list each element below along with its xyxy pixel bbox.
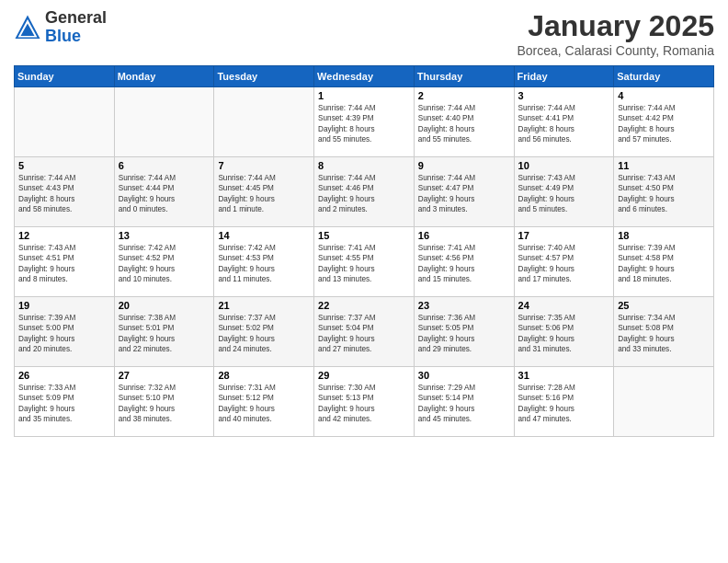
- calendar-cell: 5Sunrise: 7:44 AM Sunset: 4:43 PM Daylig…: [15, 157, 115, 227]
- calendar-week: 19Sunrise: 7:39 AM Sunset: 5:00 PM Dayli…: [15, 297, 714, 367]
- calendar-cell: 16Sunrise: 7:41 AM Sunset: 4:56 PM Dayli…: [414, 227, 514, 297]
- day-number: 18: [618, 230, 710, 241]
- day-number: 2: [418, 90, 510, 101]
- day-info: Sunrise: 7:33 AM Sunset: 5:09 PM Dayligh…: [18, 383, 110, 425]
- day-info: Sunrise: 7:43 AM Sunset: 4:51 PM Dayligh…: [18, 243, 110, 285]
- day-number: 29: [318, 370, 410, 381]
- day-info: Sunrise: 7:41 AM Sunset: 4:55 PM Dayligh…: [318, 243, 410, 285]
- location-title: Borcea, Calarasi County, Romania: [517, 43, 714, 58]
- calendar-cell: 17Sunrise: 7:40 AM Sunset: 4:57 PM Dayli…: [514, 227, 614, 297]
- day-info: Sunrise: 7:36 AM Sunset: 5:05 PM Dayligh…: [418, 313, 510, 355]
- calendar-cell: 6Sunrise: 7:44 AM Sunset: 4:44 PM Daylig…: [114, 157, 214, 227]
- calendar-cell: 21Sunrise: 7:37 AM Sunset: 5:02 PM Dayli…: [214, 297, 314, 367]
- day-info: Sunrise: 7:44 AM Sunset: 4:41 PM Dayligh…: [518, 103, 610, 145]
- day-info: Sunrise: 7:30 AM Sunset: 5:13 PM Dayligh…: [318, 383, 410, 425]
- day-info: Sunrise: 7:42 AM Sunset: 4:53 PM Dayligh…: [218, 243, 310, 285]
- day-info: Sunrise: 7:37 AM Sunset: 5:02 PM Dayligh…: [218, 313, 310, 355]
- calendar-cell: 15Sunrise: 7:41 AM Sunset: 4:55 PM Dayli…: [314, 227, 415, 297]
- day-number: 11: [618, 160, 710, 171]
- calendar-cell: 3Sunrise: 7:44 AM Sunset: 4:41 PM Daylig…: [514, 87, 614, 157]
- weekday-header: Wednesday: [314, 66, 415, 87]
- day-number: 26: [18, 370, 110, 381]
- day-number: 13: [119, 230, 210, 241]
- day-number: 16: [418, 230, 510, 241]
- day-info: Sunrise: 7:43 AM Sunset: 4:50 PM Dayligh…: [618, 173, 710, 215]
- day-number: 25: [618, 300, 710, 311]
- day-number: 1: [318, 90, 410, 101]
- day-info: Sunrise: 7:37 AM Sunset: 5:04 PM Dayligh…: [318, 313, 410, 355]
- calendar-header: SundayMondayTuesdayWednesdayThursdayFrid…: [15, 66, 714, 87]
- day-number: 7: [218, 160, 310, 171]
- day-info: Sunrise: 7:39 AM Sunset: 4:58 PM Dayligh…: [618, 243, 710, 285]
- day-info: Sunrise: 7:40 AM Sunset: 4:57 PM Dayligh…: [518, 243, 610, 285]
- calendar-cell: 7Sunrise: 7:44 AM Sunset: 4:45 PM Daylig…: [214, 157, 314, 227]
- calendar-cell: 12Sunrise: 7:43 AM Sunset: 4:51 PM Dayli…: [15, 227, 115, 297]
- day-number: 22: [318, 300, 410, 311]
- day-info: Sunrise: 7:38 AM Sunset: 5:01 PM Dayligh…: [119, 313, 210, 355]
- day-info: Sunrise: 7:35 AM Sunset: 5:06 PM Dayligh…: [518, 313, 610, 355]
- day-number: 15: [318, 230, 410, 241]
- weekday-header: Tuesday: [214, 66, 314, 87]
- calendar-cell: 30Sunrise: 7:29 AM Sunset: 5:14 PM Dayli…: [414, 367, 514, 437]
- day-number: 6: [119, 160, 210, 171]
- day-info: Sunrise: 7:32 AM Sunset: 5:10 PM Dayligh…: [119, 383, 210, 425]
- day-info: Sunrise: 7:44 AM Sunset: 4:47 PM Dayligh…: [418, 173, 510, 215]
- calendar-cell: 29Sunrise: 7:30 AM Sunset: 5:13 PM Dayli…: [314, 367, 415, 437]
- calendar-cell: 20Sunrise: 7:38 AM Sunset: 5:01 PM Dayli…: [114, 297, 214, 367]
- logo-icon: [14, 14, 41, 41]
- weekday-header: Monday: [114, 66, 214, 87]
- day-info: Sunrise: 7:34 AM Sunset: 5:08 PM Dayligh…: [618, 313, 710, 355]
- calendar-cell: [214, 87, 314, 157]
- day-number: 20: [119, 300, 210, 311]
- day-info: Sunrise: 7:29 AM Sunset: 5:14 PM Dayligh…: [418, 383, 510, 425]
- calendar-cell: 11Sunrise: 7:43 AM Sunset: 4:50 PM Dayli…: [614, 157, 714, 227]
- day-number: 24: [518, 300, 610, 311]
- calendar-week: 12Sunrise: 7:43 AM Sunset: 4:51 PM Dayli…: [15, 227, 714, 297]
- calendar-cell: 26Sunrise: 7:33 AM Sunset: 5:09 PM Dayli…: [15, 367, 115, 437]
- day-info: Sunrise: 7:44 AM Sunset: 4:43 PM Dayligh…: [18, 173, 110, 215]
- calendar-cell: 19Sunrise: 7:39 AM Sunset: 5:00 PM Dayli…: [15, 297, 115, 367]
- calendar-cell: 4Sunrise: 7:44 AM Sunset: 4:42 PM Daylig…: [614, 87, 714, 157]
- day-number: 3: [518, 90, 610, 101]
- day-number: 12: [18, 230, 110, 241]
- day-info: Sunrise: 7:41 AM Sunset: 4:56 PM Dayligh…: [418, 243, 510, 285]
- weekday-row: SundayMondayTuesdayWednesdayThursdayFrid…: [15, 66, 714, 87]
- day-number: 23: [418, 300, 510, 311]
- calendar-cell: 14Sunrise: 7:42 AM Sunset: 4:53 PM Dayli…: [214, 227, 314, 297]
- weekday-header: Sunday: [15, 66, 115, 87]
- day-info: Sunrise: 7:44 AM Sunset: 4:40 PM Dayligh…: [418, 103, 510, 145]
- calendar-cell: 9Sunrise: 7:44 AM Sunset: 4:47 PM Daylig…: [414, 157, 514, 227]
- day-number: 19: [18, 300, 110, 311]
- day-info: Sunrise: 7:44 AM Sunset: 4:42 PM Dayligh…: [618, 103, 710, 145]
- day-info: Sunrise: 7:44 AM Sunset: 4:45 PM Dayligh…: [218, 173, 310, 215]
- day-info: Sunrise: 7:44 AM Sunset: 4:46 PM Dayligh…: [318, 173, 410, 215]
- calendar: SundayMondayTuesdayWednesdayThursdayFrid…: [14, 65, 714, 437]
- calendar-week: 1Sunrise: 7:44 AM Sunset: 4:39 PM Daylig…: [15, 87, 714, 157]
- calendar-cell: 10Sunrise: 7:43 AM Sunset: 4:49 PM Dayli…: [514, 157, 614, 227]
- calendar-cell: 2Sunrise: 7:44 AM Sunset: 4:40 PM Daylig…: [414, 87, 514, 157]
- day-info: Sunrise: 7:44 AM Sunset: 4:44 PM Dayligh…: [119, 173, 210, 215]
- calendar-cell: 31Sunrise: 7:28 AM Sunset: 5:16 PM Dayli…: [514, 367, 614, 437]
- page: General Blue January 2025 Borcea, Calara…: [0, 0, 728, 563]
- day-info: Sunrise: 7:43 AM Sunset: 4:49 PM Dayligh…: [518, 173, 610, 215]
- day-info: Sunrise: 7:44 AM Sunset: 4:39 PM Dayligh…: [318, 103, 410, 145]
- day-info: Sunrise: 7:28 AM Sunset: 5:16 PM Dayligh…: [518, 383, 610, 425]
- calendar-cell: 8Sunrise: 7:44 AM Sunset: 4:46 PM Daylig…: [314, 157, 415, 227]
- day-number: 14: [218, 230, 310, 241]
- calendar-week: 26Sunrise: 7:33 AM Sunset: 5:09 PM Dayli…: [15, 367, 714, 437]
- day-number: 17: [518, 230, 610, 241]
- day-info: Sunrise: 7:31 AM Sunset: 5:12 PM Dayligh…: [218, 383, 310, 425]
- calendar-cell: 23Sunrise: 7:36 AM Sunset: 5:05 PM Dayli…: [414, 297, 514, 367]
- title-section: January 2025 Borcea, Calarasi County, Ro…: [517, 9, 714, 58]
- header: General Blue January 2025 Borcea, Calara…: [14, 9, 714, 58]
- calendar-cell: 24Sunrise: 7:35 AM Sunset: 5:06 PM Dayli…: [514, 297, 614, 367]
- day-number: 27: [119, 370, 210, 381]
- calendar-cell: 22Sunrise: 7:37 AM Sunset: 5:04 PM Dayli…: [314, 297, 415, 367]
- calendar-cell: 13Sunrise: 7:42 AM Sunset: 4:52 PM Dayli…: [114, 227, 214, 297]
- day-number: 8: [318, 160, 410, 171]
- calendar-cell: 27Sunrise: 7:32 AM Sunset: 5:10 PM Dayli…: [114, 367, 214, 437]
- month-title: January 2025: [517, 9, 714, 43]
- day-number: 5: [18, 160, 110, 171]
- logo-text: General Blue: [45, 9, 107, 46]
- calendar-cell: [15, 87, 115, 157]
